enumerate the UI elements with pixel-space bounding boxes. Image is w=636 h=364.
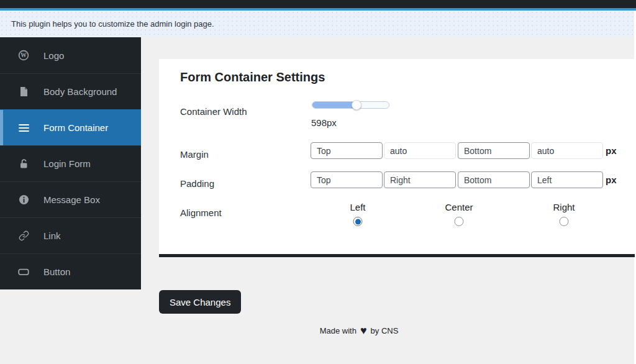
alignment-option-label: Left	[350, 202, 365, 212]
sidebar-item-link[interactable]: Link	[0, 217, 141, 253]
margin-bottom-input[interactable]	[458, 142, 530, 159]
margin-top-input[interactable]	[311, 142, 383, 159]
footer-text-suffix: by CNS	[371, 326, 399, 335]
sidebar-item-form-container[interactable]: Form Container	[0, 109, 141, 145]
padding-top-input[interactable]	[311, 171, 383, 188]
sidebar-item-label: Form Container	[43, 122, 108, 133]
alignment-center-radio[interactable]	[455, 217, 464, 226]
padding-right-input[interactable]	[384, 171, 456, 188]
notice-text: This plugin helps you to customize the a…	[11, 19, 214, 29]
padding-unit-label: px	[606, 175, 617, 185]
alignment-option-label: Right	[553, 202, 575, 212]
padding-left-input[interactable]	[531, 171, 603, 188]
sidebar-item-message-box[interactable]: Message Box	[0, 181, 141, 217]
sidebar-item-label: Body Background	[43, 86, 117, 97]
padding-label: Padding	[180, 178, 214, 189]
alignment-option-center[interactable]: Center	[445, 202, 473, 226]
wordpress-icon: W	[18, 50, 29, 61]
button-icon	[18, 266, 29, 278]
sidebar-item-label: Login Form	[43, 158, 91, 169]
plugin-notice-banner: This plugin helps you to customize the a…	[0, 11, 636, 37]
save-changes-button[interactable]: Save Changes	[159, 290, 241, 314]
sidebar-item-login-form[interactable]: Login Form	[0, 145, 141, 181]
sidebar-item-label: Message Box	[43, 194, 100, 205]
sidebar-item-button[interactable]: Button	[0, 253, 141, 289]
sidebar-item-logo[interactable]: W Logo	[0, 37, 141, 73]
footer-text-prefix: Made with	[320, 326, 357, 335]
settings-sidebar: W Logo Body Background Form Container	[0, 37, 141, 289]
form-container-settings-panel: Form Container Settings Container Width …	[159, 59, 635, 257]
alignment-left-radio[interactable]	[353, 217, 363, 226]
alignment-option-left[interactable]: Left	[350, 202, 365, 226]
link-icon	[18, 230, 29, 242]
alignment-label: Alignment	[180, 207, 222, 218]
sidebar-item-label: Button	[43, 266, 70, 277]
margin-unit-label: px	[606, 145, 617, 156]
sidebar-item-label: Link	[43, 230, 61, 241]
alignment-right-radio[interactable]	[560, 217, 569, 226]
margin-right-input[interactable]	[384, 142, 456, 159]
justify-icon	[18, 122, 29, 134]
info-icon	[18, 194, 29, 206]
page-icon	[18, 86, 29, 98]
alignment-option-right[interactable]: Right	[553, 202, 575, 226]
container-width-slider[interactable]	[312, 101, 389, 109]
page-title: Form Container Settings	[180, 70, 325, 84]
footer-credit: Made with ♥ by CNS	[159, 325, 559, 336]
admin-top-bar	[0, 0, 636, 8]
margin-label: Margin	[180, 149, 209, 160]
container-width-value: 598px	[311, 117, 337, 128]
margin-left-input[interactable]	[531, 142, 603, 159]
sidebar-item-label: Logo	[43, 50, 64, 61]
sidebar-item-body-background[interactable]: Body Background	[0, 73, 141, 109]
slider-fill	[312, 102, 357, 108]
heart-icon: ♥	[360, 325, 367, 336]
padding-bottom-input[interactable]	[458, 171, 530, 188]
svg-text:W: W	[20, 52, 27, 58]
unlock-icon	[18, 158, 29, 170]
alignment-option-label: Center	[445, 202, 473, 212]
slider-thumb[interactable]	[352, 100, 361, 110]
container-width-label: Container Width	[180, 106, 247, 117]
